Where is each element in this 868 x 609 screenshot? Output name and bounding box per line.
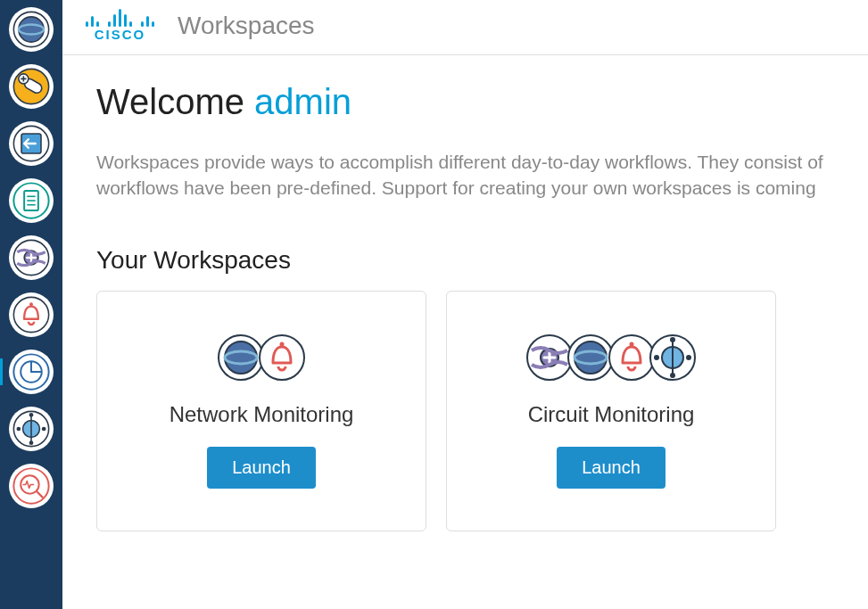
welcome-heading: Welcome admin [96, 82, 868, 122]
brand-text: CISCO [95, 27, 146, 42]
section-title: Your Workspaces [96, 246, 868, 275]
card-icons [525, 333, 698, 383]
sidebar-add-pill-icon[interactable] [9, 64, 54, 109]
sidebar-chart-icon[interactable] [9, 350, 54, 394]
sidebar-bell-icon[interactable] [9, 292, 54, 337]
card-icons [216, 333, 307, 383]
workspace-cards: Network Monitoring Launch Circuit Monito… [96, 291, 868, 531]
sidebar-add-circuit-icon[interactable] [9, 235, 54, 280]
card-network-monitoring: Network Monitoring Launch [96, 291, 426, 531]
header: CISCO Workspaces [62, 0, 868, 55]
bell-icon [257, 333, 307, 383]
sidebar-search-pulse-icon[interactable] [9, 464, 54, 508]
sidebar-topology-icon[interactable] [9, 407, 54, 451]
card-title: Circuit Monitoring [528, 402, 695, 427]
sidebar-document-icon[interactable] [9, 178, 54, 223]
sidebar-globe-icon[interactable] [9, 7, 54, 52]
description: Workspaces provide ways to accomplish di… [96, 149, 868, 202]
card-title: Network Monitoring [169, 402, 354, 427]
main: CISCO Workspaces Welcome admin Workspace… [62, 0, 868, 609]
sidebar [0, 0, 62, 609]
page-title: Workspaces [178, 12, 315, 40]
cisco-logo: CISCO [86, 9, 154, 42]
launch-button[interactable]: Launch [207, 447, 316, 489]
welcome-username: admin [254, 82, 351, 121]
sidebar-import-icon[interactable] [9, 121, 54, 166]
card-circuit-monitoring: Circuit Monitoring Launch [446, 291, 776, 531]
cisco-bars-icon [86, 9, 154, 27]
topology-icon [648, 333, 698, 383]
content: Welcome admin Workspaces provide ways to… [62, 55, 868, 558]
welcome-prefix: Welcome [96, 82, 254, 121]
launch-button[interactable]: Launch [557, 447, 665, 489]
